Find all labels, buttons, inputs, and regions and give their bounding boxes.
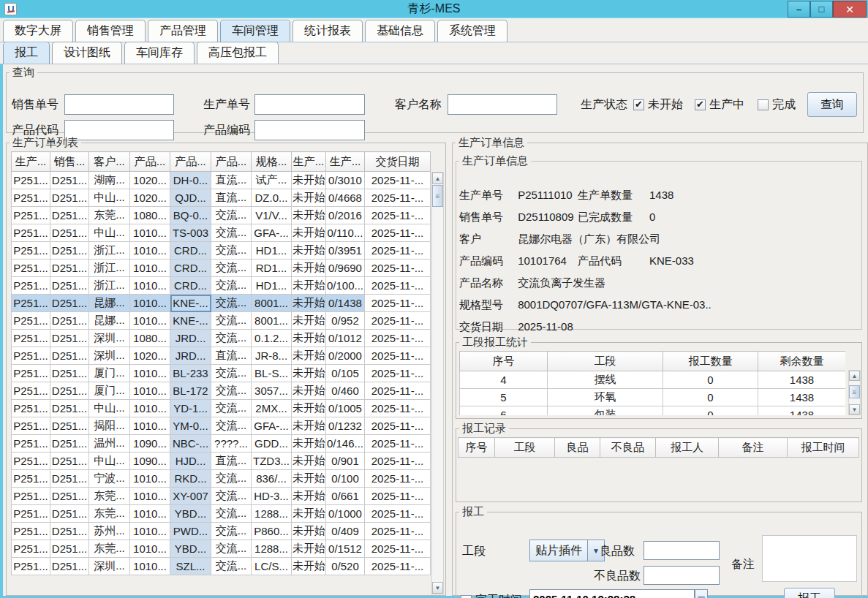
table-cell[interactable]: TZD3... bbox=[252, 453, 292, 470]
table-cell[interactable]: 交流... bbox=[211, 330, 252, 347]
table-cell[interactable]: JR-8... bbox=[252, 347, 292, 365]
table-cell[interactable]: DZ.0... bbox=[252, 189, 292, 207]
table-cell[interactable]: D251... bbox=[50, 488, 89, 505]
table-cell[interactable]: BL-172 bbox=[170, 382, 211, 400]
table-cell[interactable]: 1010... bbox=[130, 488, 170, 505]
table-cell[interactable]: 交流... bbox=[211, 382, 252, 400]
table-cell[interactable]: 6 bbox=[460, 406, 548, 416]
table-cell[interactable]: KNE-... bbox=[170, 295, 211, 312]
table-cell[interactable]: D251... bbox=[50, 224, 89, 242]
table-cell[interactable]: 试产... bbox=[252, 172, 292, 189]
table-cell[interactable]: GFA-... bbox=[252, 417, 292, 435]
table-cell[interactable]: 1010... bbox=[130, 470, 170, 488]
table-cell[interactable]: 8001... bbox=[252, 312, 292, 330]
table-cell[interactable]: 未开始 bbox=[292, 207, 326, 224]
table-cell[interactable]: 交流... bbox=[211, 400, 252, 417]
table-row[interactable]: P251...D251...深圳...1010...SZL...交流...LC/… bbox=[12, 558, 431, 575]
stats-scrollbar[interactable]: ▲ ≡ ▼ bbox=[848, 370, 861, 415]
table-cell[interactable]: P251... bbox=[12, 400, 50, 417]
tab-product-mgmt[interactable]: 产品管理 bbox=[148, 20, 218, 42]
table-row[interactable]: P251...D251...深圳...1020...JRD...直流...JR-… bbox=[12, 347, 431, 365]
table-cell[interactable]: P251... bbox=[12, 540, 50, 558]
table-cell[interactable]: D251... bbox=[50, 277, 89, 295]
table-cell[interactable]: 2025-11-... bbox=[365, 400, 431, 417]
table-cell[interactable]: 直流... bbox=[211, 453, 252, 470]
table-cell[interactable]: 未开始 bbox=[292, 312, 326, 330]
table-cell[interactable]: GFA-... bbox=[252, 224, 292, 242]
table-row[interactable]: P251...D251...东莞...1010...YBD...交流...128… bbox=[12, 540, 431, 558]
bad-qty-input[interactable] bbox=[644, 566, 720, 585]
table-cell[interactable]: 5 bbox=[460, 389, 548, 406]
table-cell[interactable]: 1080... bbox=[130, 330, 170, 347]
finished-checkbox[interactable] bbox=[758, 99, 769, 110]
table-cell[interactable]: 2025-11-... bbox=[365, 312, 431, 330]
table-cell[interactable]: 中山... bbox=[89, 189, 130, 207]
table-cell[interactable]: D251... bbox=[50, 400, 89, 417]
table-cell[interactable]: 宁波... bbox=[89, 470, 130, 488]
table-cell[interactable]: 1010... bbox=[130, 417, 170, 435]
table-cell[interactable]: 0/9690 bbox=[326, 260, 365, 277]
tab-statistics[interactable]: 统计报表 bbox=[293, 20, 363, 42]
table-cell[interactable]: 中山... bbox=[89, 400, 130, 417]
table-cell[interactable]: 0 bbox=[663, 406, 758, 416]
table-cell[interactable]: 1020... bbox=[130, 172, 170, 189]
table-cell[interactable]: P251... bbox=[12, 365, 50, 382]
table-cell[interactable]: 1010... bbox=[130, 295, 170, 312]
table-cell[interactable]: D251... bbox=[50, 189, 89, 207]
table-row[interactable]: P251...D251...东莞...1080...BQ-0...交流...V1… bbox=[12, 207, 431, 224]
tab-basic-info[interactable]: 基础信息 bbox=[365, 20, 435, 42]
table-cell[interactable]: 交流... bbox=[211, 295, 252, 312]
table-cell[interactable]: 2025-11-... bbox=[365, 242, 431, 260]
table-cell[interactable]: 2MX... bbox=[252, 400, 292, 417]
table-cell[interactable]: 0.1.2... bbox=[252, 330, 292, 347]
table-cell[interactable]: 1438 bbox=[758, 389, 846, 406]
table-cell[interactable]: D251... bbox=[50, 523, 89, 540]
table-cell[interactable]: 摆线 bbox=[548, 371, 663, 389]
table-cell[interactable]: TS-003 bbox=[170, 224, 211, 242]
table-cell[interactable]: 2025-11-... bbox=[365, 470, 431, 488]
table-cell[interactable]: P251... bbox=[12, 470, 50, 488]
calendar-icon[interactable]: ▦ bbox=[695, 589, 708, 598]
table-cell[interactable]: 2025-11-... bbox=[365, 365, 431, 382]
status-finished[interactable]: 完成 bbox=[758, 97, 796, 113]
table-cell[interactable]: D251... bbox=[50, 470, 89, 488]
table-cell[interactable]: 2025-11-... bbox=[365, 558, 431, 575]
table-cell[interactable]: 2025-11-... bbox=[365, 207, 431, 224]
table-cell[interactable]: 3057... bbox=[252, 382, 292, 400]
table-cell[interactable]: 0/100... bbox=[326, 277, 365, 295]
table-cell[interactable]: 2025-11-... bbox=[365, 417, 431, 435]
table-cell[interactable]: 环氧 bbox=[548, 389, 663, 406]
table-cell[interactable]: GDD... bbox=[252, 435, 292, 453]
table-row[interactable]: P251...D251...深圳...1080...JRD...交流...0.1… bbox=[12, 330, 431, 347]
tab-workshop-mgmt[interactable]: 车间管理 bbox=[220, 20, 290, 42]
table-cell[interactable]: HD1... bbox=[252, 277, 292, 295]
table-cell[interactable]: 1438 bbox=[758, 406, 846, 416]
table-cell[interactable]: 1010... bbox=[130, 242, 170, 260]
table-cell[interactable]: 未开始 bbox=[292, 189, 326, 207]
minimize-button[interactable]: – bbox=[788, 1, 810, 18]
table-row[interactable]: P251...D251...中山...1010...YD-1...交流...2M… bbox=[12, 400, 431, 417]
table-cell[interactable]: 未开始 bbox=[292, 505, 326, 523]
table-cell[interactable]: 1288... bbox=[252, 540, 292, 558]
table-row[interactable]: P251...D251...湖南...1020...DH-0...直流...试产… bbox=[12, 172, 431, 189]
table-cell[interactable]: 0/146... bbox=[326, 435, 365, 453]
table-cell[interactable]: HD-3... bbox=[252, 488, 292, 505]
table-cell[interactable]: XY-007 bbox=[170, 488, 211, 505]
table-cell[interactable]: P251... bbox=[12, 312, 50, 330]
orders-scrollbar[interactable]: ▲ ≡ ▼ bbox=[431, 172, 444, 594]
table-cell[interactable]: P251... bbox=[12, 242, 50, 260]
tab-digital-screen[interactable]: 数字大屏 bbox=[3, 20, 73, 42]
table-cell[interactable]: 直流... bbox=[211, 172, 252, 189]
table-cell[interactable]: CRD... bbox=[170, 260, 211, 277]
table-cell[interactable]: 2025-11-... bbox=[365, 224, 431, 242]
table-row[interactable]: 6包装01438 bbox=[460, 406, 846, 416]
table-cell[interactable]: 未开始 bbox=[292, 347, 326, 365]
status-not-started[interactable]: 未开始 bbox=[633, 97, 683, 113]
table-cell[interactable]: 未开始 bbox=[292, 365, 326, 382]
table-cell[interactable]: D251... bbox=[50, 260, 89, 277]
table-cell[interactable]: 未开始 bbox=[292, 540, 326, 558]
table-cell[interactable]: 1010... bbox=[130, 260, 170, 277]
subtab-report-work[interactable]: 报工 bbox=[3, 42, 50, 64]
table-cell[interactable]: 深圳... bbox=[89, 558, 130, 575]
table-cell[interactable]: 1020... bbox=[130, 347, 170, 365]
